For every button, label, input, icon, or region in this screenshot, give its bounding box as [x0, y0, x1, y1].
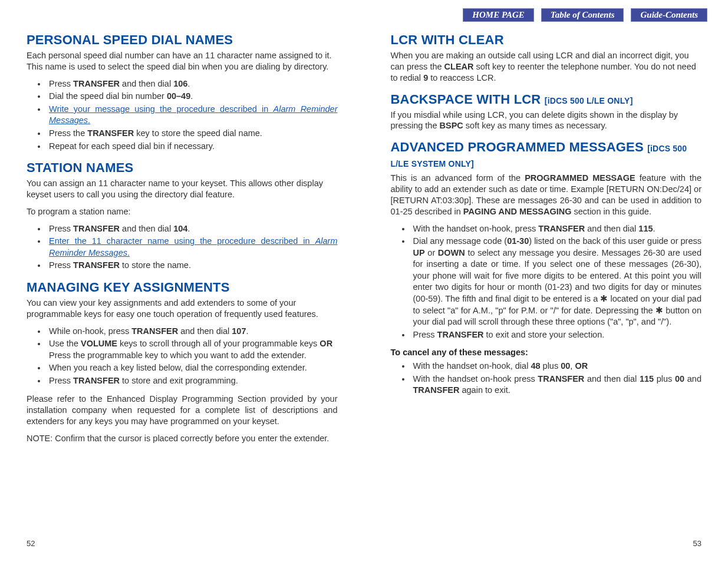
- heading-advanced-messages: ADVANCED PROGRAMMED MESSAGES [iDCS 500 L…: [391, 140, 702, 170]
- bullet-list: With the handset on-hook, dial 48 plus 0…: [391, 361, 702, 396]
- para: Each personal speed dial number can have…: [27, 50, 338, 72]
- link-alarm-reminder[interactable]: Write your message using the procedure d…: [49, 104, 338, 125]
- left-page: PERSONAL SPEED DIAL NAMES Each personal …: [0, 0, 364, 562]
- bullet-list: With the handset on-hook, press TRANSFER…: [391, 223, 702, 341]
- para: When you are making an outside call usin…: [391, 50, 702, 84]
- para: You can view your key assignments and ad…: [27, 297, 338, 320]
- list-item: Press the TRANSFER key to store the spee…: [47, 128, 338, 140]
- list-item: With the handset on-hook, dial 48 plus 0…: [411, 361, 702, 372]
- link-alarm-reminder-2[interactable]: Enter the 11 character name using the pr…: [49, 236, 338, 257]
- list-item: Press TRANSFER to store the name.: [47, 260, 338, 272]
- document-spread: HOME PAGE Table of Contents Guide-Conten…: [0, 0, 728, 562]
- list-item: Press TRANSFER to exit and store your se…: [411, 329, 702, 341]
- list-item: Press TRANSFER to store and exit program…: [47, 375, 338, 387]
- list-item: Use the VOLUME keys to scroll through al…: [47, 338, 338, 361]
- list-item: Enter the 11 character name using the pr…: [47, 236, 338, 259]
- bullet-list: Press TRANSFER and then dial 104. Enter …: [27, 223, 338, 272]
- list-item: With the handset on-hook, press TRANSFER…: [411, 223, 702, 235]
- list-item: Write your message using the procedure d…: [47, 104, 338, 127]
- list-item: When you reach a key listed below, dial …: [47, 362, 338, 374]
- heading-lcr-clear: LCR WITH CLEAR: [391, 32, 702, 48]
- cancel-heading: To cancel any of these messages:: [391, 348, 702, 357]
- para: Please refer to the Enhanced Display Pro…: [27, 394, 338, 427]
- list-item: Dial any message code (01-30) listed on …: [411, 236, 702, 328]
- page-number-left: 52: [27, 539, 35, 548]
- heading-managing-keys: MANAGING KEY ASSIGNMENTS: [27, 280, 338, 295]
- list-item: Press TRANSFER and then dial 104.: [47, 223, 338, 235]
- heading-backspace-lcr: BACKSPACE WITH LCR [iDCS 500 L/LE ONLY]: [391, 92, 702, 107]
- heading-station-names: STATION NAMES: [27, 160, 338, 176]
- para: If you misdial while using LCR, you can …: [391, 110, 702, 132]
- para: You can assign an 11 character name to y…: [27, 178, 338, 200]
- list-item: Repeat for each speed dial bin if necess…: [47, 141, 338, 153]
- bullet-list: Press TRANSFER and then dial 106. Dial t…: [27, 78, 338, 152]
- list-item: Press TRANSFER and then dial 106.: [47, 78, 338, 90]
- bullet-list: While on-hook, press TRANSFER and then d…: [27, 326, 338, 387]
- right-page: LCR WITH CLEAR When you are making an ou…: [364, 0, 729, 562]
- para: This is an advanced form of the PROGRAMM…: [391, 173, 702, 217]
- list-item: Dial the speed dial bin number 00–49.: [47, 91, 338, 103]
- heading-personal-speed-dial: PERSONAL SPEED DIAL NAMES: [27, 32, 338, 48]
- para: To program a station name:: [27, 206, 338, 217]
- page-number-right: 53: [693, 539, 701, 548]
- para: NOTE: Confirm that the cursor is placed …: [27, 433, 338, 444]
- list-item: With the handset on-hook press TRANSFER …: [411, 373, 702, 396]
- list-item: While on-hook, press TRANSFER and then d…: [47, 326, 338, 338]
